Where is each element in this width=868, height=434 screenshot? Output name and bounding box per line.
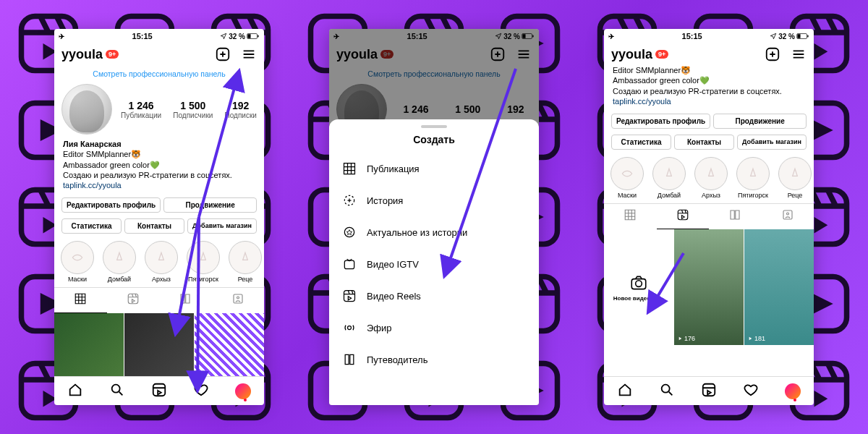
tab-grid-icon[interactable] [54,288,107,313]
status-battery: 32 % [220,33,260,41]
add-shop-button[interactable]: Добавить магазин [737,135,807,150]
nav-activity-icon[interactable] [743,382,759,401]
nav-home-icon[interactable] [617,382,633,401]
username[interactable]: yyoula [61,47,103,62]
create-highlight[interactable]: Актуальное из истории [329,216,539,248]
create-post-icon[interactable] [765,46,780,62]
avatar[interactable] [61,84,112,135]
nav-reels-icon[interactable] [151,382,167,401]
highlight-item[interactable]: Маски [608,157,646,199]
create-post-icon[interactable] [215,46,231,62]
stats-button[interactable]: Статистика [61,218,122,234]
create-igtv[interactable]: Видео IGTV [329,248,539,280]
svg-rect-46 [258,35,258,38]
notification-badge[interactable]: 9+ [106,50,119,59]
stat-posts[interactable]: 1 246 Публикации [121,100,161,119]
menu-icon[interactable] [791,46,807,62]
post-thumbnail[interactable] [195,313,264,376]
guide-icon [342,352,357,367]
highlight-item[interactable]: Реце [226,241,264,283]
tab-grid-icon[interactable] [604,204,657,229]
dashboard-link[interactable]: Смотреть профессиональную панель [93,69,225,78]
battery-icon [247,33,260,40]
svg-rect-47 [247,34,250,38]
highlights-row: Маски Домбай Архыз Пятигорск Реце [54,237,264,287]
highlight-item[interactable]: Маски [59,241,96,283]
reels-icon [342,289,357,303]
create-story[interactable]: История [329,184,539,216]
bio: Лия Канарская Editor SMMplanner🐯 Ambassa… [54,135,264,195]
bio-link[interactable]: taplink.cc/yyoula [63,180,255,190]
live-icon [342,320,357,335]
nav-reels-icon[interactable] [701,382,717,401]
camera-icon [629,273,648,292]
bio-link[interactable]: taplink.cc/yyoula [613,96,805,106]
status-bar: ✈ 15:15 32 % [604,29,814,43]
sheet-handle[interactable] [421,125,447,128]
highlight-item[interactable]: Реце [776,157,814,199]
posts-grid [54,313,264,376]
highlight-item[interactable]: Домбай [101,241,138,283]
status-time: 15:15 [132,32,153,41]
svg-rect-64 [807,35,808,38]
highlight-item[interactable]: Пятигорск [184,241,222,283]
create-post[interactable]: Публикация [329,153,539,184]
nav-profile-avatar[interactable] [235,383,251,399]
nav-activity-icon[interactable] [193,382,209,401]
grid-icon [342,161,357,176]
bottom-nav [54,376,264,405]
create-guide[interactable]: Путеводитель [329,344,539,375]
sheet-title: Создать [329,134,539,153]
profile-header: yyoula 9+ [54,43,264,65]
tab-reels-icon[interactable] [657,204,710,229]
add-shop-button[interactable]: Добавить магазин [187,218,257,234]
screen-profile: ✈ 15:15 32 % yyoula 9+ С [54,29,264,405]
tab-tagged-icon[interactable] [212,288,265,313]
svg-rect-60 [344,260,354,269]
post-thumbnail[interactable] [54,313,124,376]
promote-button[interactable]: Продвижение [713,114,807,129]
svg-point-59 [344,227,354,237]
tab-guides-icon[interactable] [709,204,762,229]
airplane-icon: ✈ [59,33,64,41]
contacts-button[interactable]: Контакты [124,218,184,234]
create-live[interactable]: Эфир [329,312,539,344]
tab-reels-icon[interactable] [107,288,160,313]
svg-rect-65 [797,34,800,38]
profile-tabs [54,287,264,313]
edit-profile-button[interactable]: Редактировать профиль [61,197,161,213]
stats-button[interactable]: Статистика [611,135,671,150]
reel-thumbnail[interactable]: 176 [674,229,744,345]
highlight-item[interactable]: Домбай [650,157,688,199]
svg-point-52 [112,384,120,392]
tab-guides-icon[interactable] [159,288,212,313]
contacts-button[interactable]: Контакты [674,135,734,150]
create-reels[interactable]: Видео Reels [329,280,539,312]
status-bar: ✈ 15:15 32 % [54,29,264,43]
highlight-item[interactable]: Архыз [142,241,180,283]
reel-thumbnail[interactable]: 181 [744,229,814,345]
nav-profile-avatar[interactable] [785,383,801,399]
post-thumbnail[interactable] [124,313,194,376]
nav-home-icon[interactable] [67,382,83,401]
stat-following[interactable]: 192 Подписки [225,100,257,119]
igtv-icon [342,257,357,271]
stat-followers[interactable]: 1 500 Подписчики [173,100,213,119]
tab-tagged-icon[interactable] [762,204,814,229]
menu-icon[interactable] [241,46,257,62]
screen-reels-tab: ✈ 15:15 32 % yyoula 9+ Editor SMMplanner… [604,29,814,405]
svg-point-62 [348,326,352,330]
svg-point-69 [786,213,788,215]
create-bottom-sheet: Создать Публикация История Актуальное из… [329,119,539,405]
nav-search-icon[interactable] [659,382,675,401]
edit-profile-button[interactable]: Редактировать профиль [611,114,710,129]
promote-button[interactable]: Продвижение [163,197,257,213]
highlight-item[interactable]: Архыз [692,157,730,199]
svg-point-51 [237,297,239,299]
highlight-item[interactable]: Пятигорск [734,157,772,199]
svg-point-72 [662,384,670,392]
screen-create-sheet: ✈ 15:15 32 % yyoula 9+ Смотреть профе [329,29,539,405]
nav-search-icon[interactable] [109,382,125,401]
location-icon [220,33,227,40]
new-reel-button[interactable]: Новое видео Re... [604,229,673,345]
